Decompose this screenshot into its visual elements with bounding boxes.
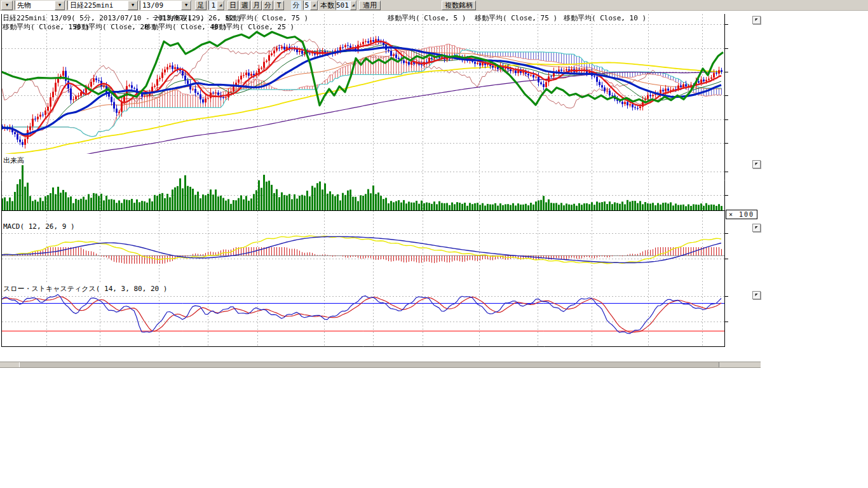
period-month-button[interactable]: 月 — [251, 1, 262, 10]
indicator-label-ma5: 移動平均( Close, 5 ) — [388, 13, 466, 23]
stochastics-pane-label: スロー・ストキャスティクス( 14, 3, 80, 20 ) — [3, 284, 168, 294]
dropdown-arrow-icon[interactable]: ▼ — [128, 1, 138, 10]
horizontal-scrollbar[interactable] — [0, 362, 761, 368]
period-day-button[interactable]: 日 — [227, 1, 238, 10]
apply-button[interactable]: 適用 — [359, 1, 381, 10]
symbol-value: 日経225mini — [68, 1, 128, 10]
indicator-label-ma75b: 移動平均( Close, 75 ) — [475, 13, 557, 23]
bar-interval-value: 1 — [209, 1, 217, 10]
minute-value: 5 — [304, 1, 310, 10]
period-minute-button[interactable]: 分 — [262, 1, 273, 10]
symbol-select[interactable]: 日経225mini ▼ — [67, 1, 139, 10]
bar-interval-spinner[interactable]: 1 ◢ — [208, 1, 225, 10]
volume-multiplier-badge: × 100 — [726, 210, 757, 219]
contract-value: 13/09 — [140, 1, 181, 10]
pane-resize-button[interactable]: ◤ — [752, 224, 761, 232]
scrollbar-thumb[interactable] — [19, 362, 719, 367]
price-chart-canvas[interactable] — [0, 0, 868, 488]
contract-select[interactable]: 13/09 ▼ — [140, 1, 192, 10]
period-week-button[interactable]: 週 — [239, 1, 250, 10]
bar-count-label: 本数 — [320, 1, 334, 10]
category-select[interactable]: 先物 ▼ — [15, 1, 65, 10]
macd-pane-label: MACD( 12, 26, 9 ) — [3, 222, 76, 231]
chart-preset-dropdown[interactable]: ▼ — [1, 1, 13, 10]
bar-count-value: 501 — [336, 1, 350, 10]
pane-resize-button[interactable]: ◤ — [752, 160, 761, 168]
spinner-icon[interactable]: ◢ — [217, 1, 224, 10]
pane-resize-button[interactable]: ◤ — [752, 16, 761, 24]
spinner-icon[interactable]: ◢ — [350, 1, 356, 10]
period-tick-button[interactable]: T — [274, 1, 284, 10]
dropdown-arrow-icon[interactable]: ▼ — [55, 1, 65, 10]
minute-unit-label: 分 — [291, 1, 301, 10]
dropdown-arrow-icon[interactable]: ▼ — [181, 1, 191, 10]
toolbar: ▼ 先物 ▼ 日経225mini ▼ 13/09 ▼ 足 1 ◢ 日 週 月 分… — [0, 0, 868, 11]
bar-count-spinner[interactable]: 501 ◢ — [336, 1, 357, 10]
dropdown-arrow-icon: ▼ — [6, 1, 8, 10]
pane-resize-button[interactable]: ◤ — [752, 291, 761, 299]
indicator-label-ma25: 移動平均( Close, 25 ) — [212, 22, 294, 32]
volume-pane-label: 出来高 — [3, 156, 25, 165]
indicator-label-ma10: 移動平均( Close, 10 ) — [564, 13, 646, 23]
category-value: 先物 — [15, 1, 55, 10]
chart-application-window: ▼ 先物 ▼ 日経225mini ▼ 13/09 ▼ 足 1 ◢ 日 週 月 分… — [0, 0, 868, 488]
spinner-icon[interactable]: ◢ — [310, 1, 318, 10]
bar-type-label: 足 — [195, 1, 207, 10]
minute-value-spinner[interactable]: 5 ◢ — [303, 1, 318, 10]
indicator-label-ma75: 移動平均( Close, 75 ) — [226, 13, 308, 23]
multi-symbol-button[interactable]: 複数銘柄 — [442, 1, 476, 10]
